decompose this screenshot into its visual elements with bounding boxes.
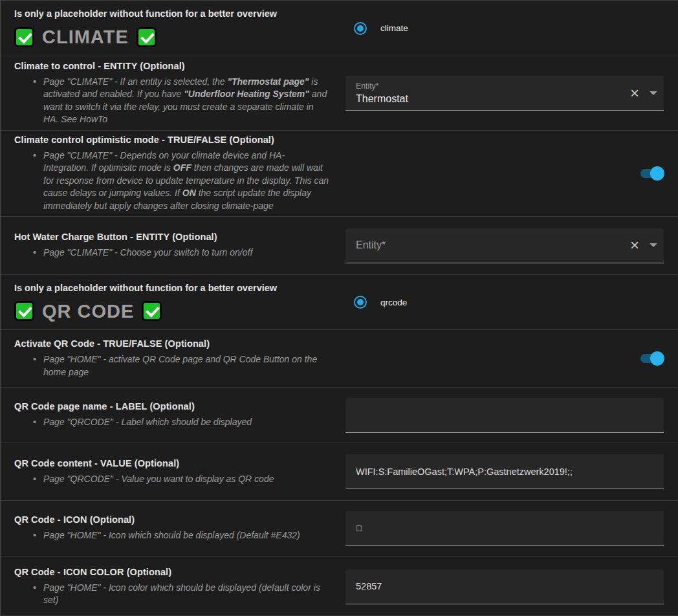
radio-label: climate <box>380 23 408 33</box>
green-check-icon <box>14 27 34 47</box>
qr-content-cell <box>345 443 678 500</box>
field-title: Activate QR Code - TRUE/FALSE (Optional) <box>14 338 329 349</box>
row-qr-page-name: QR Code page name - LABEL (Optional) Pag… <box>1 387 678 443</box>
qr-icon-color-input[interactable] <box>345 569 664 604</box>
entity-field-label: Entity* <box>356 239 630 251</box>
placeholder-text: Is only a placeholder without function f… <box>14 283 329 294</box>
description-item: Page "QRCODE" - Label which should be di… <box>43 416 329 429</box>
field-description: Page "CLIMATE" - If an entity is selecte… <box>14 76 329 126</box>
clear-icon[interactable]: × <box>630 85 639 101</box>
blueprint-config-panel: Is only a placeholder without function f… <box>0 0 678 616</box>
qrcode-heading-text: QR CODE <box>42 300 134 322</box>
row-hot-water-entity: Hot Water Charge Button - ENTITY (Option… <box>1 216 678 274</box>
field-title: QR Code - ICON (Optional) <box>14 514 329 525</box>
field-description: Page "HOME" - activate QR Code page and … <box>14 353 329 379</box>
toggle-thumb <box>650 166 664 181</box>
field-title: Climate to control - ENTITY (Optional) <box>14 61 329 72</box>
qr-page-name-cell <box>345 388 678 443</box>
field-title: QR Code page name - LABEL (Optional) <box>14 401 329 412</box>
climate-entity-cell: Entity* Thermostat × <box>345 56 678 130</box>
green-check-icon <box>137 27 157 47</box>
radio-selected-icon[interactable] <box>354 22 367 35</box>
entity-field-texts: Entity* <box>345 239 630 251</box>
chevron-down-icon[interactable] <box>650 91 657 95</box>
toggle-thumb <box>650 351 664 366</box>
field-description: Page "HOME" - Icon which should be displ… <box>14 529 329 542</box>
climate-radio-option[interactable]: climate <box>354 22 408 35</box>
qr-page-name-input[interactable] <box>345 398 664 433</box>
green-check-icon <box>142 301 162 321</box>
qrcode-heading: QR CODE <box>14 300 329 322</box>
qr-icon-color-cell <box>345 556 678 616</box>
row-qr-icon: QR Code - ICON (Optional) Page "HOME" - … <box>1 500 678 556</box>
row-climate-entity: Climate to control - ENTITY (Optional) P… <box>1 56 678 130</box>
hot-water-entity-cell: Entity* × <box>345 217 678 274</box>
qrcode-placeholder-left: Is only a placeholder without function f… <box>1 275 345 329</box>
row-activate-qrcode-toggle: Activate QR Code - TRUE/FALSE (Optional)… <box>1 329 678 387</box>
field-title: Climate control optimistic mode - TRUE/F… <box>14 135 329 146</box>
radio-dot <box>357 299 364 305</box>
optimistic-mode-left: Climate control optimistic mode - TRUE/F… <box>1 131 345 216</box>
climate-entity-left: Climate to control - ENTITY (Optional) P… <box>1 56 345 130</box>
qrcode-radio-cell: qrcode <box>345 275 678 329</box>
radio-label: qrcode <box>380 298 407 307</box>
radio-selected-icon[interactable] <box>354 296 367 309</box>
field-title: Hot Water Charge Button - ENTITY (Option… <box>14 232 329 243</box>
row-optimistic-mode-toggle: Climate control optimistic mode - TRUE/F… <box>1 130 678 216</box>
field-description: Page "HOME" - Icon color which should be… <box>14 582 329 607</box>
row-qr-content: QR Code content - VALUE (Optional) Page … <box>1 443 678 500</box>
qr-icon-left: QR Code - ICON (Optional) Page "HOME" - … <box>1 501 345 556</box>
field-description: Page "QRCODE" - Value you want to displa… <box>14 473 329 486</box>
qr-content-input[interactable] <box>345 454 664 489</box>
qr-page-name-left: QR Code page name - LABEL (Optional) Pag… <box>1 388 345 443</box>
climate-heading: CLIMATE <box>14 26 329 48</box>
field-description: Page "CLIMATE" - Choose your switch to t… <box>14 247 329 259</box>
activate-qrcode-left: Activate QR Code - TRUE/FALSE (Optional)… <box>1 330 345 387</box>
qr-icon-color-left: QR Code - ICON COLOR (Optional) Page "HO… <box>1 556 345 616</box>
climate-heading-text: CLIMATE <box>42 26 129 48</box>
field-title: QR Code - ICON COLOR (Optional) <box>14 567 329 578</box>
activate-qrcode-toggle[interactable] <box>640 354 662 363</box>
radio-dot <box>357 25 364 32</box>
green-check-icon <box>14 301 34 321</box>
qr-icon-input[interactable] <box>345 511 664 546</box>
climate-radio-cell: climate <box>345 1 678 56</box>
entity-field-label: Entity* <box>356 82 630 91</box>
description-item: Page "CLIMATE" - Choose your switch to t… <box>43 247 329 259</box>
entity-field-texts: Entity* Thermostat <box>345 82 630 105</box>
row-climate-placeholder: Is only a placeholder without function f… <box>1 1 678 56</box>
hot-water-entity-combobox[interactable]: Entity* × <box>345 228 664 263</box>
clear-icon[interactable]: × <box>630 237 639 253</box>
climate-entity-combobox[interactable]: Entity* Thermostat × <box>345 76 664 111</box>
description-item: Page "HOME" - activate QR Code page and … <box>43 353 329 379</box>
optimistic-mode-toggle[interactable] <box>640 169 662 178</box>
optimistic-mode-cell <box>345 131 678 216</box>
field-title: QR Code content - VALUE (Optional) <box>14 458 329 469</box>
qrcode-radio-option[interactable]: qrcode <box>354 296 407 309</box>
activate-qrcode-cell <box>345 330 678 387</box>
description-item: Page "CLIMATE" - If an entity is selecte… <box>43 76 329 126</box>
placeholder-text: Is only a placeholder without function f… <box>14 8 329 19</box>
hot-water-left: Hot Water Charge Button - ENTITY (Option… <box>1 217 345 274</box>
qr-content-left: QR Code content - VALUE (Optional) Page … <box>1 443 345 500</box>
description-item: Page "HOME" - Icon color which should be… <box>43 582 329 607</box>
field-description: Page "CLIMATE" - Depends on your climate… <box>14 149 329 213</box>
chevron-down-icon[interactable] <box>650 243 657 247</box>
row-qrcode-placeholder: Is only a placeholder without function f… <box>1 274 678 329</box>
description-item: Page "HOME" - Icon which should be displ… <box>43 529 329 542</box>
description-item: Page "QRCODE" - Value you want to displa… <box>43 473 329 486</box>
qr-icon-cell <box>345 501 678 556</box>
row-qr-icon-color: QR Code - ICON COLOR (Optional) Page "HO… <box>1 556 678 616</box>
field-description: Page "QRCODE" - Label which should be di… <box>14 416 329 429</box>
description-item: Page "CLIMATE" - Depends on your climate… <box>43 149 329 213</box>
climate-placeholder-left: Is only a placeholder without function f… <box>1 1 345 56</box>
entity-field-value: Thermostat <box>356 93 630 105</box>
